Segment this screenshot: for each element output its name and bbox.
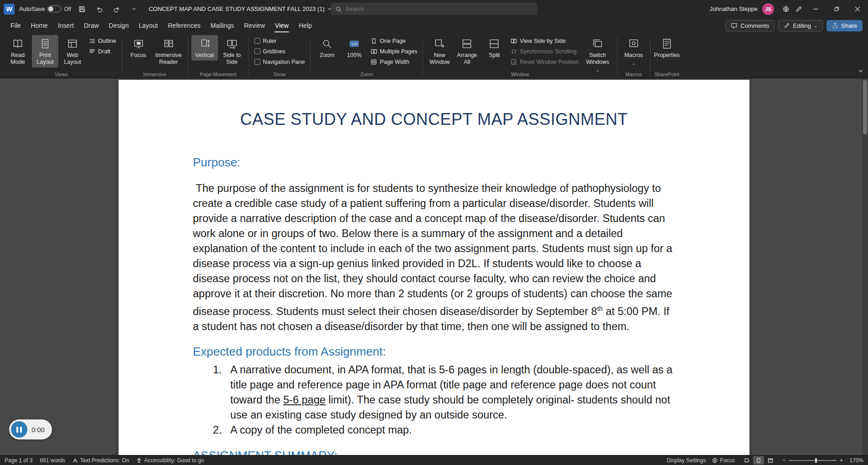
media-time: 0:00 [31,426,45,434]
properties-button[interactable]: Properties [654,35,680,61]
pen-icon [795,5,802,13]
page-indicator[interactable]: Page 1 of 3 [5,457,32,464]
close-button[interactable] [847,0,868,18]
print-layout-view-button[interactable] [753,456,764,465]
vertical-scrollbar[interactable] [862,78,868,455]
tab-design[interactable]: Design [104,19,134,32]
switch-windows-button[interactable]: Switch Windows ⌄ [582,35,614,74]
accessibility-status[interactable]: Accessibility: Good to go [136,457,204,464]
toggle-knob [48,6,53,11]
multiple-pages-button[interactable]: Multiple Pages [368,46,419,56]
undo-button[interactable] [93,3,106,16]
document-page[interactable]: CASE STUDY AND CONCEPT MAP ASSIGNMENT Pu… [119,80,749,455]
zoom-percentage-button[interactable]: 170% [849,457,863,464]
pause-icon [20,427,22,433]
tab-file[interactable]: File [5,19,26,32]
print-layout-button[interactable]: Print Layout [32,35,58,67]
share-button[interactable]: Share [827,20,863,31]
zoom-out-button[interactable]: − [782,457,786,464]
autosave-toggle[interactable] [47,5,61,12]
editing-mode-button[interactable]: Editing ⌄ [778,20,823,31]
minimize-button[interactable] [805,0,826,18]
group-label-sharepoint: SharePoint [652,72,682,77]
tab-view[interactable]: View [270,19,294,32]
document-title-text: CONCEPT MAP AND CASE STUDY ASSIGNMENT FA… [149,5,325,12]
checkbox-icon [254,48,260,54]
redo-button[interactable] [110,3,123,16]
minimize-icon [813,6,818,12]
one-page-label: One Page [380,38,405,44]
new-window-button[interactable]: New Window [426,35,453,67]
pause-button[interactable] [11,421,27,438]
focus-button[interactable]: Focus [125,35,152,61]
word-logo-icon[interactable]: W [4,4,15,15]
quick-access-caret-button[interactable] [128,3,140,16]
web-layout-view-button[interactable] [765,456,776,465]
editing-label: Editing [793,22,811,29]
document-canvas[interactable]: CASE STUDY AND CONCEPT MAP ASSIGNMENT Pu… [0,78,868,455]
user-avatar[interactable]: JS [762,3,774,15]
autosave-control[interactable]: AutoSave Off [19,5,71,12]
ruler-label: Ruler [263,38,277,44]
tab-review[interactable]: Review [239,19,270,32]
read-mode-view-button[interactable] [741,456,752,465]
side-to-side-button[interactable]: Side to Side [219,35,245,67]
tab-draw[interactable]: Draw [79,19,104,32]
web-options-button[interactable] [780,3,792,16]
word-count[interactable]: 891 words [40,457,65,464]
navigation-pane-checkbox[interactable]: Navigation Pane [252,57,307,67]
media-player-overlay[interactable]: 0:00 [9,419,52,439]
immersive-reader-button[interactable]: Immersive Reader [153,35,185,67]
tab-insert[interactable]: Insert [53,19,79,32]
display-settings-button[interactable]: Display Settings [666,457,706,464]
list-item-1: 1. A narrative document, in APA format, … [193,362,675,423]
one-page-button[interactable]: One Page [368,36,419,46]
print-layout-label: Print Layout [33,52,57,66]
zoom-button[interactable]: Zoom [314,35,340,61]
gridlines-checkbox[interactable]: Gridlines [252,46,307,56]
tab-mailings[interactable]: Mailings [206,19,239,32]
chevron-down-icon: ⌄ [632,61,636,66]
web-layout-icon [67,38,78,50]
arrange-all-button[interactable]: Arrange All [454,35,480,67]
comments-button[interactable]: Comments [725,20,775,31]
vertical-button[interactable]: Vertical [191,35,218,61]
macros-button[interactable]: Macros ⌄ [620,35,647,67]
zoom-slider[interactable] [789,460,837,461]
tab-references[interactable]: References [163,19,206,32]
read-mode-label: Read Mode [5,52,30,66]
document-title-control[interactable]: CONCEPT MAP AND CASE STUDY ASSIGNMENT FA… [149,5,332,12]
search-bar[interactable] [331,3,537,15]
web-layout-button[interactable]: Web Layout [59,35,86,67]
arrange-all-icon [461,38,473,50]
zoom-slider-thumb[interactable] [815,458,817,463]
focus-mode-label: Focus [720,457,735,464]
tab-home[interactable]: Home [26,19,53,32]
search-input[interactable] [345,5,532,12]
tab-help[interactable]: Help [294,19,317,32]
multiple-pages-icon [371,48,377,55]
tab-layout[interactable]: Layout [134,19,163,32]
inking-button[interactable] [792,3,805,16]
view-side-by-side-button[interactable]: View Side by Side [508,36,581,46]
save-button[interactable] [76,3,88,16]
page-width-button[interactable]: Page Width [368,57,419,67]
save-icon [78,5,86,13]
read-mode-button[interactable]: Read Mode [5,35,31,67]
zoom-100-button[interactable]: 100 100% [341,35,367,61]
focus-mode-button[interactable]: Focus [712,457,735,464]
restore-button[interactable] [826,0,847,18]
collapse-ribbon-button[interactable] [858,68,863,75]
view-switcher [741,456,776,465]
outline-view-button[interactable]: Outline [87,36,119,46]
group-label-macros: Macros [619,72,649,77]
purpose-paragraph: The purpose of the assignment is for stu… [193,181,675,334]
split-label: Split [489,52,500,59]
zoom-in-button[interactable]: + [840,457,843,464]
ruler-checkbox[interactable]: Ruler [252,36,307,46]
split-button[interactable]: Split [481,35,507,61]
draft-view-button[interactable]: Draft [87,46,119,56]
ribbon-tab-row: File Home Insert Draw Design Layout Refe… [0,18,868,33]
text-predictions-status[interactable]: Text Predictions: On [72,457,129,464]
scrollbar-thumb[interactable] [863,80,867,134]
